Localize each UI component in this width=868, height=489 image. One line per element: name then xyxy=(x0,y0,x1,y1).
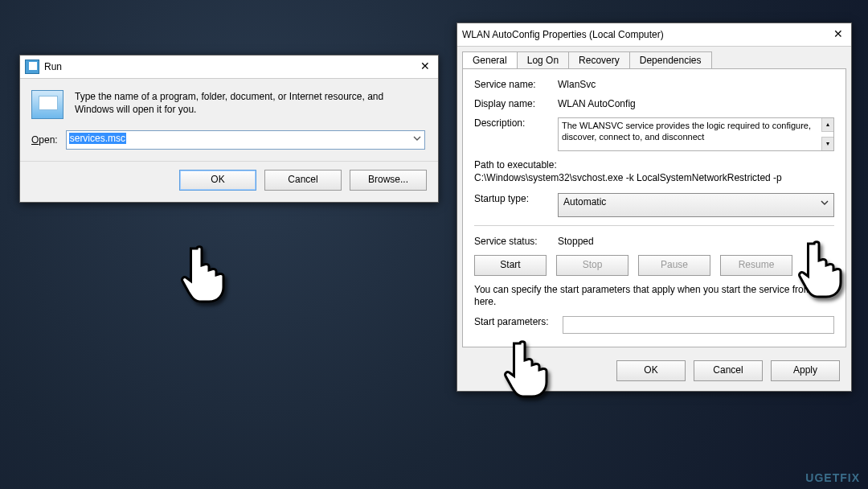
open-input-value: services.msc xyxy=(69,133,126,144)
run-titlebar[interactable]: Run ✕ xyxy=(20,55,438,79)
start-params-label: Start parameters: xyxy=(474,316,563,327)
path-value: C:\Windows\system32\svchost.exe -k Local… xyxy=(474,172,834,183)
run-large-icon xyxy=(31,90,63,119)
start-params-input[interactable] xyxy=(563,316,834,334)
close-icon[interactable]: ✕ xyxy=(417,59,433,75)
divider xyxy=(474,225,834,226)
run-icon xyxy=(25,60,39,74)
chevron-down-icon[interactable] xyxy=(821,199,829,207)
tab-dependencies[interactable]: Dependencies xyxy=(629,51,712,68)
tab-logon[interactable]: Log On xyxy=(517,51,569,68)
startup-type-dropdown[interactable]: Automatic xyxy=(558,193,834,217)
tab-recovery[interactable]: Recovery xyxy=(568,51,630,68)
prop-titlebar[interactable]: WLAN AutoConfig Properties (Local Comput… xyxy=(457,23,851,47)
ok-button[interactable]: OK xyxy=(616,360,686,381)
cancel-button[interactable]: Cancel xyxy=(264,170,342,191)
run-description: Type the name of a program, folder, docu… xyxy=(75,90,425,119)
service-status-value: Stopped xyxy=(558,236,834,247)
description-label: Description: xyxy=(474,117,558,129)
service-properties-dialog: WLAN AutoConfig Properties (Local Comput… xyxy=(457,23,852,392)
start-params-hint: You can specify the start parameters tha… xyxy=(474,284,834,308)
service-status-label: Service status: xyxy=(474,236,558,247)
start-button[interactable]: Start xyxy=(474,255,547,276)
prop-footer-buttons: OK Cancel Apply xyxy=(457,352,851,391)
scroll-up-icon[interactable]: ▴ xyxy=(821,118,833,132)
path-label: Path to executable: xyxy=(474,159,834,171)
resume-button: Resume xyxy=(720,255,792,276)
cancel-button[interactable]: Cancel xyxy=(694,360,763,381)
chevron-down-icon[interactable] xyxy=(413,134,421,142)
service-name-value: WlanSvc xyxy=(558,79,834,90)
run-dialog: Run ✕ Type the name of a program, folder… xyxy=(19,55,439,203)
display-name-value: WLAN AutoConfig xyxy=(558,98,834,109)
tab-general[interactable]: General xyxy=(462,51,518,68)
display-name-label: Display name: xyxy=(474,98,558,109)
close-icon[interactable]: ✕ xyxy=(830,27,846,43)
description-box[interactable]: The WLANSVC service provides the logic r… xyxy=(558,117,834,151)
open-input[interactable]: services.msc xyxy=(66,130,425,150)
tab-body: Service name: WlanSvc Display name: WLAN… xyxy=(462,68,846,347)
startup-type-value: Automatic xyxy=(563,196,606,208)
run-title: Run xyxy=(44,55,417,78)
startup-type-label: Startup type: xyxy=(474,193,558,204)
service-name-label: Service name: xyxy=(474,79,558,90)
stop-button: Stop xyxy=(556,255,628,276)
description-text: The WLANSVC service provides the logic r… xyxy=(562,121,811,142)
prop-title: WLAN AutoConfig Properties (Local Comput… xyxy=(462,23,830,46)
scroll-down-icon[interactable]: ▾ xyxy=(821,137,833,150)
watermark: UGETFIX xyxy=(805,471,860,484)
open-label: Open: xyxy=(31,134,58,146)
prop-tabs: General Log On Recovery Dependencies xyxy=(462,51,846,68)
ok-button[interactable]: OK xyxy=(179,170,256,191)
run-button-row: OK Cancel Browse... xyxy=(20,161,438,202)
service-control-buttons: Start Stop Pause Resume xyxy=(474,255,834,276)
apply-button[interactable]: Apply xyxy=(771,360,840,381)
pause-button: Pause xyxy=(638,255,710,276)
browse-button[interactable]: Browse... xyxy=(350,170,427,191)
